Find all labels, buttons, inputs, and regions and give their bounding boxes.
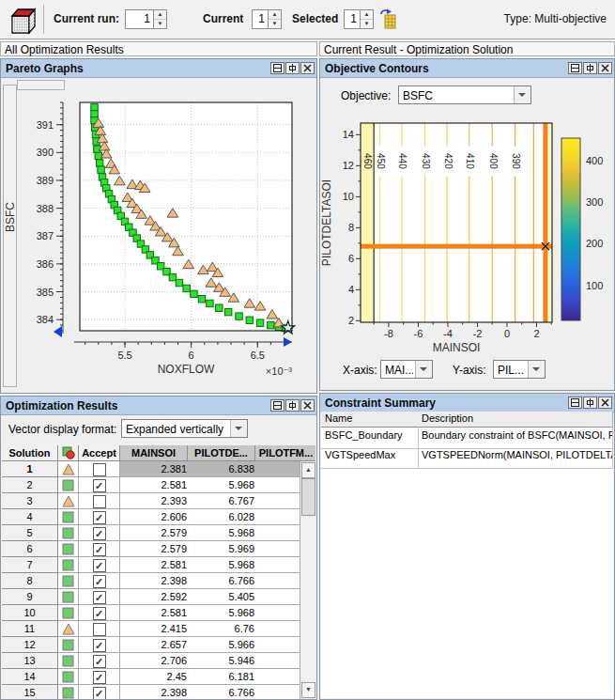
pareto-front-point[interactable] [268, 321, 274, 328]
pareto-front-point[interactable] [198, 296, 205, 303]
mainsoi-cell[interactable]: 2.393 [120, 493, 191, 509]
accept-checkbox[interactable]: ✓ [93, 591, 106, 604]
accept-checkbox[interactable] [93, 463, 106, 476]
pilotde-cell[interactable]: 6.766 [188, 573, 258, 589]
close-icon[interactable] [300, 399, 315, 412]
accept-cell[interactable]: ✓ [79, 557, 120, 573]
yaxis-combobox[interactable]: PIL... [493, 360, 546, 379]
accept-cell[interactable]: ✓ [79, 589, 120, 605]
pilotde-cell[interactable]: 5.968 [188, 525, 258, 541]
row-header[interactable]: 13 [2, 653, 58, 669]
table-row-solution-3[interactable]: 32.3936.7670.0 [2, 493, 315, 509]
current-run-value[interactable]: 1 [125, 9, 153, 29]
undock-icon[interactable] [583, 397, 597, 409]
pilotde-cell[interactable]: 5.966 [188, 637, 258, 653]
current-spinner[interactable]: 1 ▲ ▼ [252, 9, 282, 29]
accept-checkbox[interactable]: ✓ [93, 575, 106, 588]
pareto-front-point[interactable] [216, 304, 223, 311]
dock-icon[interactable] [270, 62, 284, 74]
accept-cell[interactable]: ✓ [79, 509, 120, 525]
accept-checkbox[interactable] [93, 623, 106, 636]
pareto-front-point[interactable] [236, 313, 242, 319]
row-header[interactable]: 8 [2, 573, 58, 589]
spin-up-icon[interactable]: ▲ [269, 10, 281, 20]
export-to-table-icon[interactable] [379, 8, 398, 33]
pareto-plot-area[interactable] [80, 102, 292, 331]
table-row-solution-12[interactable]: 12✓2.6575.9660.0 [2, 637, 315, 653]
accept-checkbox[interactable]: ✓ [93, 607, 106, 620]
mainsoi-cell[interactable]: 2.606 [120, 509, 191, 525]
spin-down-icon[interactable]: ▼ [154, 20, 166, 28]
optimization-results-titlebar[interactable]: Optimization Results [1, 397, 316, 415]
row-header[interactable]: 15 [2, 685, 58, 699]
accept-cell[interactable] [79, 621, 120, 637]
mainsoi-cell[interactable]: 2.579 [120, 541, 191, 557]
table-row-solution-14[interactable]: 14✓2.456.1810.0 [2, 669, 315, 685]
table-row-solution-2[interactable]: 2✓2.5815.9680.0 [2, 477, 315, 493]
constraint-description[interactable]: VGTSPEEDNorm(MAINSOI, PILOTDELTASOI, PI [418, 446, 613, 469]
accept-checkbox[interactable]: ✓ [93, 655, 106, 668]
dock-icon[interactable] [270, 399, 284, 412]
pareto-front-point[interactable] [207, 300, 213, 306]
accept-cell[interactable]: ✓ [79, 653, 120, 669]
selected-value[interactable]: 1 [344, 9, 360, 29]
pilotde-cell[interactable]: 6.767 [188, 493, 258, 509]
objective-contours-titlebar[interactable]: Objective Contours [320, 59, 614, 78]
row-header[interactable]: 6 [2, 541, 58, 557]
mainsoi-cell[interactable]: 2.581 [120, 605, 191, 621]
mainsoi-cell[interactable]: 2.398 [120, 573, 191, 589]
spin-down-icon[interactable]: ▼ [269, 20, 281, 28]
pareto-front-point[interactable] [246, 317, 253, 323]
pareto-front-point[interactable] [225, 308, 232, 315]
close-icon[interactable] [598, 397, 612, 409]
mainsoi-cell[interactable]: 2.706 [120, 653, 191, 669]
spin-up-icon[interactable]: ▲ [154, 10, 166, 20]
chevron-down-icon[interactable] [415, 361, 432, 378]
table-row-solution-13[interactable]: 13✓2.7065.9460 [2, 653, 315, 669]
dock-icon[interactable] [568, 62, 582, 74]
current-run-spinner[interactable]: 1 ▲ ▼ [125, 9, 167, 29]
pilotde-cell[interactable]: 6.76 [188, 621, 258, 637]
pareto-front-point[interactable] [256, 319, 263, 326]
dock-icon[interactable] [568, 397, 582, 409]
column-header[interactable]: Solution [2, 445, 58, 461]
close-icon[interactable] [598, 62, 612, 74]
results-table-scrollbar[interactable]: ▲ ▼ [300, 461, 315, 699]
accept-cell[interactable]: ✓ [79, 477, 120, 493]
pilotde-cell[interactable]: 5.969 [188, 541, 258, 557]
pilotde-cell[interactable]: 6.766 [188, 685, 258, 699]
row-header[interactable]: 7 [2, 557, 58, 573]
row-header[interactable]: 3 [2, 493, 58, 509]
accept-checkbox[interactable]: ✓ [93, 527, 106, 540]
row-header[interactable]: 1 [2, 461, 58, 477]
current-spinner-arrows[interactable]: ▲ ▼ [268, 9, 282, 29]
constraint-description-header[interactable]: Description [418, 412, 613, 428]
pareto-front-point[interactable] [191, 290, 197, 297]
spin-up-icon[interactable]: ▲ [361, 10, 373, 20]
mainsoi-cell[interactable]: 2.381 [120, 461, 191, 477]
accept-cell[interactable]: ✓ [79, 669, 120, 685]
accept-checkbox[interactable]: ✓ [93, 543, 106, 556]
constraint-summary-titlebar[interactable]: Constraint Summary [320, 394, 614, 412]
mainsoi-cell[interactable]: 2.581 [120, 557, 191, 573]
constraint-name[interactable]: VGTSpeedMax [321, 446, 419, 469]
mainsoi-cell[interactable]: 2.581 [120, 477, 191, 493]
row-header[interactable]: 14 [2, 669, 58, 685]
pilotde-cell[interactable]: 6.838 [188, 461, 258, 477]
table-row-solution-11[interactable]: 112.4156.760.0 [2, 621, 315, 637]
scrollbar-thumb[interactable] [301, 478, 315, 516]
objective-combobox[interactable]: BSFC [398, 86, 531, 104]
scroll-down-icon[interactable]: ▼ [301, 682, 315, 698]
table-row-solution-6[interactable]: 6✓2.5795.9690.0 [2, 541, 315, 557]
selected-spinner-arrows[interactable]: ▲ ▼ [360, 9, 374, 29]
constraint-name-header[interactable]: Name [321, 412, 419, 428]
chevron-down-icon[interactable] [528, 361, 545, 378]
pilotde-cell[interactable]: 5.968 [188, 557, 258, 573]
table-row-solution-5[interactable]: 5✓2.5795.9680.0 [2, 525, 315, 541]
current-run-spinner-arrows[interactable]: ▲ ▼ [153, 9, 167, 29]
column-header[interactable]: PILOTDE... [188, 445, 255, 461]
table-row-solution-10[interactable]: 10✓2.5815.9680.0 [2, 605, 315, 621]
table-row-solution-7[interactable]: 7✓2.5815.9680.0 [2, 557, 315, 573]
pareto-front-point[interactable] [183, 285, 190, 291]
accept-checkbox[interactable]: ✓ [93, 511, 106, 524]
